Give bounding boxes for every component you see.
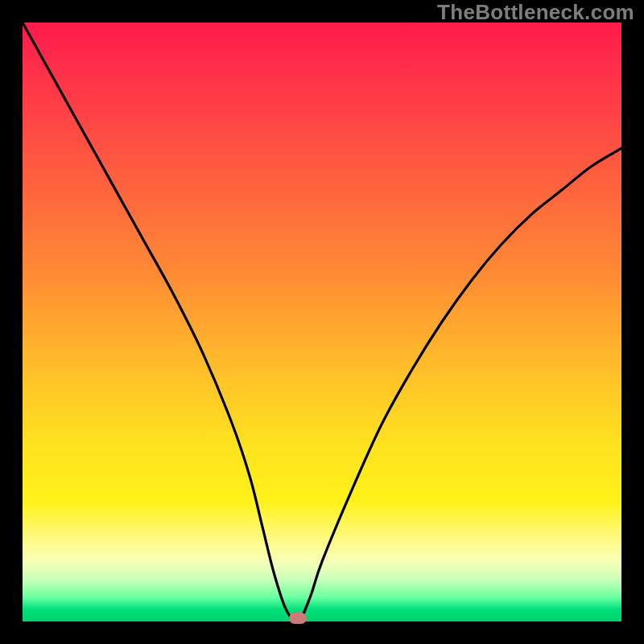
plot-area — [23, 23, 621, 621]
optimal-point-marker — [289, 613, 307, 624]
chart-frame: TheBottleneck.com — [0, 0, 644, 644]
watermark-text: TheBottleneck.com — [437, 0, 634, 25]
bottleneck-curve — [23, 23, 621, 621]
